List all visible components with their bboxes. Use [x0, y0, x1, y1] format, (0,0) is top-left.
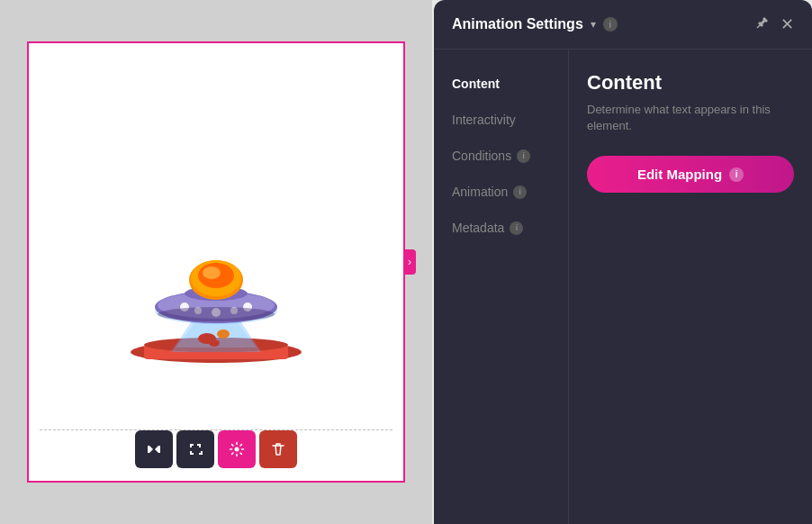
panel-actions: ✕ — [755, 14, 794, 34]
slide-inner — [29, 43, 403, 481]
chevron-down-icon[interactable]: ▾ — [591, 18, 596, 31]
panel-header: Animation Settings ▾ i ✕ — [434, 0, 812, 50]
svg-marker-25 — [155, 446, 158, 453]
animation-badge: i — [513, 185, 527, 199]
pin-icon[interactable] — [755, 15, 770, 33]
svg-rect-22 — [148, 446, 149, 453]
nav-label-metadata: Metadata — [452, 221, 504, 235]
close-icon[interactable]: ✕ — [780, 14, 794, 34]
bottom-toolbar — [135, 430, 297, 468]
expand-button[interactable] — [176, 430, 214, 468]
panel-title: Animation Settings — [452, 16, 583, 32]
ufo-illustration — [117, 145, 315, 379]
nav-label-content: Content — [452, 77, 500, 91]
panel-body: Content Interactivity Conditions i Anima… — [434, 50, 812, 524]
nav-label-animation: Animation — [452, 185, 508, 199]
edit-mapping-button[interactable]: Edit Mapping i — [587, 156, 794, 193]
nav-item-content[interactable]: Content — [434, 68, 568, 100]
svg-point-21 — [158, 307, 275, 321]
content-heading: Content — [587, 71, 794, 95]
svg-point-7 — [209, 339, 220, 347]
nav-label-interactivity: Interactivity — [452, 113, 516, 127]
panel-content-area: Content Determine what text appears in t… — [569, 50, 812, 524]
fit-button[interactable] — [135, 430, 173, 468]
svg-point-6 — [217, 330, 230, 339]
svg-marker-23 — [149, 446, 153, 453]
canvas-area — [0, 0, 432, 524]
conditions-badge: i — [517, 149, 530, 163]
edit-mapping-badge: i — [729, 167, 744, 182]
edit-mapping-label: Edit Mapping — [637, 167, 722, 182]
svg-point-15 — [203, 267, 221, 279]
svg-rect-24 — [158, 446, 160, 453]
delete-button[interactable] — [259, 430, 297, 468]
panel-title-group: Animation Settings ▾ i — [452, 16, 618, 32]
metadata-badge: i — [510, 221, 523, 235]
panel-nav: Content Interactivity Conditions i Anima… — [434, 50, 569, 524]
svg-line-27 — [757, 24, 761, 28]
panel-info-badge[interactable]: i — [603, 17, 618, 32]
nav-label-conditions: Conditions — [452, 149, 511, 163]
settings-button[interactable] — [218, 430, 256, 468]
side-handle[interactable] — [403, 249, 416, 275]
content-description: Determine what text appears in this elem… — [587, 102, 794, 134]
slide-container — [27, 41, 405, 483]
svg-point-26 — [235, 447, 239, 452]
nav-item-interactivity[interactable]: Interactivity — [434, 104, 568, 136]
nav-item-animation[interactable]: Animation i — [434, 176, 568, 208]
nav-item-metadata[interactable]: Metadata i — [434, 212, 568, 244]
nav-item-conditions[interactable]: Conditions i — [434, 140, 568, 172]
animation-settings-panel: Animation Settings ▾ i ✕ Content Interac… — [434, 0, 812, 524]
